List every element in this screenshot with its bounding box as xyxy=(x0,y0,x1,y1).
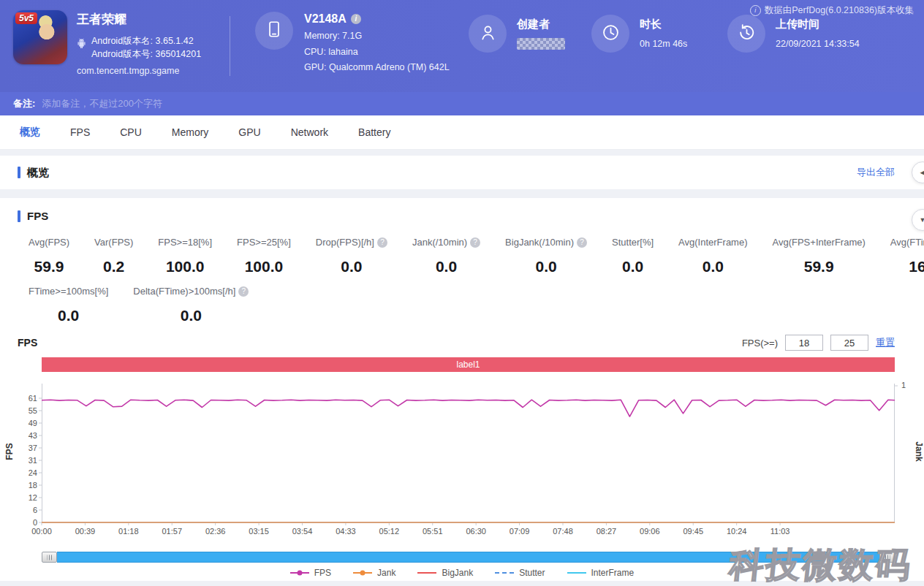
x-axis-tick-03:15: 03:15 xyxy=(242,527,276,536)
label1-banner: label1 xyxy=(42,357,895,372)
x-axis-tick-11:03: 11:03 xyxy=(763,527,797,536)
tab-概览[interactable]: 概览 xyxy=(10,126,50,139)
game-icon-5v5-badge: 5v5 xyxy=(15,12,37,24)
legend-marker-Stutter xyxy=(495,572,514,574)
creator-name-redacted xyxy=(517,38,565,50)
x-axis-tick-10:24: 10:24 xyxy=(720,527,754,536)
x-axis-tick-01:18: 01:18 xyxy=(112,527,145,536)
stat-FPS>=18[%]: FPS>=18[%]100.0 xyxy=(145,237,224,275)
y-axis-tick-31: 31 xyxy=(12,456,37,465)
legend-label: BigJank xyxy=(442,568,473,578)
help-icon[interactable] xyxy=(470,237,480,248)
fps-chart[interactable]: FPS Jank 06121824313743495561100:0000:39… xyxy=(42,384,895,540)
legend-item-FPS[interactable]: FPS xyxy=(290,568,331,578)
help-icon[interactable] xyxy=(377,237,387,248)
note-bar[interactable]: 备注: 添加备注，不超过200个字符 xyxy=(0,92,924,115)
tab-GPU[interactable]: GPU xyxy=(228,126,270,138)
x-axis-tick-05:12: 05:12 xyxy=(372,527,406,536)
stat-value: 59.9 xyxy=(29,258,69,275)
phone-icon xyxy=(265,20,284,42)
x-axis-tick-00:00: 00:00 xyxy=(25,527,58,536)
stat-label: Avg(FPS+InterFrame) xyxy=(773,237,866,248)
fps-section: FPS ▼ Avg(FPS)59.9Var(FPS)0.2FPS>=18[%]1… xyxy=(0,198,924,581)
watermark: 科技微数码 xyxy=(727,542,915,586)
fps-chart-title: FPS xyxy=(18,337,37,349)
stat-FPS>=25[%]: FPS>=25[%]100.0 xyxy=(224,237,303,275)
y-axis-tick-18: 18 xyxy=(12,481,37,490)
stat-value: 100.0 xyxy=(237,258,291,275)
stat-Avg(FTime)[ms]: Avg(FTime)[ms]16.7 xyxy=(878,237,924,275)
android-version-name: Android版本名: 3.65.1.42 xyxy=(91,34,201,47)
scrollbar-left-handle[interactable] xyxy=(42,552,57,563)
stat-value: 16.7 xyxy=(890,258,924,275)
accent-bar xyxy=(18,210,20,222)
app-block: 5v5 王者荣耀 xyxy=(13,10,230,76)
tab-Network[interactable]: Network xyxy=(281,126,338,138)
history-clock-icon xyxy=(737,23,757,45)
x-axis-tick-07:09: 07:09 xyxy=(503,527,537,536)
fps-filter-label: FPS(>=) xyxy=(742,338,778,349)
stat-Drop(FPS)[/h]: Drop(FPS)[/h]0.0 xyxy=(303,237,400,275)
stat-value: 0.2 xyxy=(94,258,133,275)
reset-link[interactable]: 重置 xyxy=(876,336,895,349)
stat-label: Avg(FPS) xyxy=(29,237,69,248)
header: 5v5 王者荣耀 xyxy=(0,0,924,92)
y-axis-tick-43: 43 xyxy=(12,431,37,440)
y-axis-tick-55: 55 xyxy=(12,406,37,415)
device-cpu: CPU: lahaina xyxy=(304,45,450,61)
x-axis-tick-09:45: 09:45 xyxy=(676,527,710,536)
collapse-left-button[interactable]: ◀ xyxy=(912,161,924,183)
legend-label: InterFrame xyxy=(591,568,635,578)
fps-section-title: FPS xyxy=(27,210,48,222)
x-axis-tick-09:06: 09:06 xyxy=(633,527,667,536)
x-axis-tick-07:48: 07:48 xyxy=(546,527,580,536)
y-axis-tick-24: 24 xyxy=(12,468,37,477)
device-memory: Memory: 7.1G xyxy=(304,28,450,45)
tab-Battery[interactable]: Battery xyxy=(348,126,401,138)
android-version-code: Android版本号: 365014201 xyxy=(91,47,201,61)
tab-FPS[interactable]: FPS xyxy=(60,126,100,138)
stat-value: 0.0 xyxy=(505,258,587,275)
accent-bar xyxy=(18,167,20,178)
y-axis-tick-6: 6 xyxy=(12,506,37,514)
fps-threshold-filter: FPS(>=) 重置 xyxy=(742,335,895,351)
help-icon[interactable] xyxy=(238,286,249,297)
legend-item-Stutter[interactable]: Stutter xyxy=(495,568,545,578)
y-axis-tick-0: 0 xyxy=(12,518,37,527)
legend-item-Jank[interactable]: Jank xyxy=(353,568,395,578)
duration-value: 0h 12m 46s xyxy=(640,39,687,49)
fps-stats-row1: Avg(FPS)59.9Var(FPS)0.2FPS>=18[%]100.0FP… xyxy=(0,222,924,275)
stat-value: 100.0 xyxy=(158,258,212,275)
fps-threshold2-input[interactable] xyxy=(830,335,868,351)
collect-note: 数据由PerfDog(6.0.210836)版本收集 xyxy=(750,4,914,17)
legend-marker-BigJank xyxy=(417,572,436,574)
stat-label: Jank(/10min) xyxy=(412,237,480,248)
x-axis-tick-02:36: 02:36 xyxy=(199,527,232,536)
fps-threshold1-input[interactable] xyxy=(785,335,823,351)
creator-label: 创建者 xyxy=(517,18,565,31)
legend-item-InterFrame[interactable]: InterFrame xyxy=(567,568,635,578)
help-icon[interactable] xyxy=(577,237,587,248)
tab-CPU[interactable]: CPU xyxy=(110,126,152,138)
stat-value: 0.0 xyxy=(316,258,387,275)
tab-Memory[interactable]: Memory xyxy=(162,126,219,138)
stat-Var(FPS): Var(FPS)0.2 xyxy=(82,237,145,275)
stat-label: FPS>=25[%] xyxy=(237,237,291,248)
package-name: com.tencent.tmgp.sgame xyxy=(77,66,201,76)
duration-label: 时长 xyxy=(640,18,687,31)
x-axis-tick-01:57: 01:57 xyxy=(155,527,189,536)
stat-value: 0.0 xyxy=(29,307,108,324)
legend-label: Stutter xyxy=(519,568,545,578)
device-model: V2148A xyxy=(304,12,346,26)
right-axis-tick-1: 1 xyxy=(901,381,906,389)
stat-label: BigJank(/10min) xyxy=(505,237,587,248)
stat-value: 59.9 xyxy=(773,258,866,275)
y-axis-tick-49: 49 xyxy=(12,419,37,427)
legend-item-BigJank[interactable]: BigJank xyxy=(417,568,473,578)
export-all-link[interactable]: 导出全部 xyxy=(857,166,895,179)
upload-time-label: 上传时间 xyxy=(776,18,860,31)
right-axis-title: Jank xyxy=(914,441,924,461)
device-info-icon[interactable] xyxy=(351,14,361,24)
x-axis-tick-05:51: 05:51 xyxy=(416,527,450,536)
stat-FTime>=100ms[%]: FTime>=100ms[%]0.0 xyxy=(16,286,121,324)
